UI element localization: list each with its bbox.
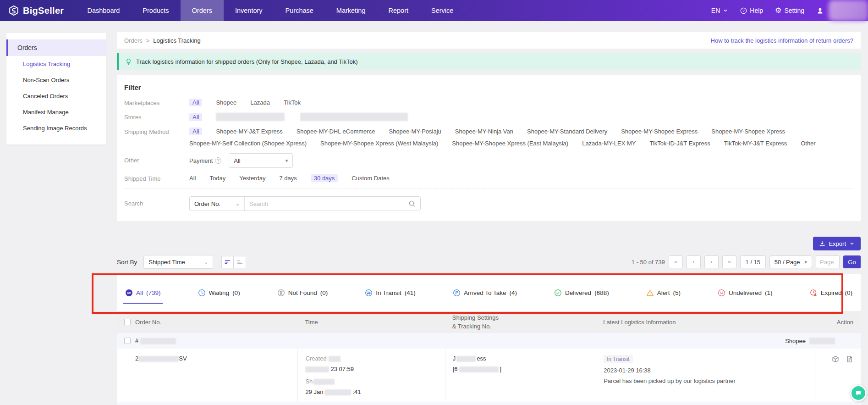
shipped-time-chip[interactable]: All: [189, 175, 196, 182]
shipping-method-chip[interactable]: Shopee-MY-Self Collection (Shopee Xpress…: [189, 140, 307, 147]
marketplace-chip[interactable]: All: [189, 99, 202, 106]
search-icon[interactable]: [408, 200, 416, 207]
nav-item[interactable]: Service: [420, 0, 465, 21]
sort-descending-button[interactable]: [221, 256, 234, 268]
alert-icon: [646, 289, 654, 297]
header-shipping: Shipping Settings & Tracking No.: [445, 311, 596, 333]
payment-help-icon[interactable]: ?: [215, 157, 221, 164]
language-selector[interactable]: EN: [711, 7, 728, 14]
sidebar-item[interactable]: Logistics Tracking: [6, 56, 106, 72]
shipping-method-chip[interactable]: Shopee-MY-Ninja Van: [455, 128, 513, 135]
nav-item-label: Service: [431, 7, 453, 14]
status-tab[interactable]: Alert (5): [644, 274, 682, 311]
nav-item[interactable]: Products: [131, 0, 180, 21]
help-button[interactable]: ? Help: [740, 7, 763, 14]
header-time: Time: [297, 316, 445, 328]
marketplaces-options: AllShopeeLazadaTikTok: [189, 99, 301, 106]
marketplace-chip[interactable]: Shopee: [216, 99, 236, 106]
nav-item[interactable]: Orders: [181, 0, 224, 21]
shipping-method-chip[interactable]: Shopee-MY-Standard Delivery: [527, 128, 607, 135]
search-input[interactable]: [245, 200, 408, 207]
shipping-method-chip[interactable]: Lazada-MY-LEX MY: [582, 140, 636, 147]
other-row: Other Payment ? All ▾: [124, 153, 853, 168]
status-tab-count: (5): [673, 289, 681, 296]
page-size-select[interactable]: 50 / Page ▾: [769, 255, 812, 268]
nav-item[interactable]: Report: [377, 0, 420, 21]
shipping-method-chip[interactable]: Shopee-MY-DHL eCommerce: [297, 128, 375, 135]
order-no-cell: 2SV: [117, 349, 297, 402]
shipping-method-chip[interactable]: Shopee-MY-Shopee Xpress: [711, 128, 785, 135]
setting-button[interactable]: ⚙ Setting: [775, 7, 804, 14]
sort-value: Shipped Time: [148, 259, 185, 266]
shipping-method-chip[interactable]: Shopee-MY-Poslaju: [389, 128, 441, 135]
status-tab[interactable]: Expired (0): [808, 274, 854, 311]
page-jump-input[interactable]: [816, 255, 840, 268]
shipped-time-chip[interactable]: 7 days: [280, 175, 297, 182]
shipping-method-chip[interactable]: Shopee-MY-Shopee Xpress (West Malaysia): [320, 140, 438, 147]
shipping-method-chip[interactable]: All: [189, 128, 202, 135]
all-icon: [125, 289, 133, 297]
nav-item[interactable]: Dashboard: [76, 0, 131, 21]
chevron-down-icon: [723, 8, 728, 13]
stores-all-chip[interactable]: All: [189, 113, 202, 121]
status-tab[interactable]: Delivered (688): [552, 274, 611, 311]
user-menu[interactable]: [816, 7, 824, 15]
page-indicator: 1 / 15: [740, 255, 766, 268]
search-type-select[interactable]: Order No. ⌄: [190, 197, 245, 211]
document-icon[interactable]: [846, 355, 853, 363]
select-all-checkbox[interactable]: [124, 319, 131, 325]
next-page-button[interactable]: ›: [704, 255, 719, 268]
export-button[interactable]: Export: [813, 237, 861, 250]
first-page-button[interactable]: «: [669, 255, 683, 268]
status-tab-label: All: [136, 289, 143, 296]
last-page-button[interactable]: »: [722, 255, 736, 268]
marketplace-chip[interactable]: Lazada: [250, 99, 270, 106]
payment-select[interactable]: All ▾: [229, 153, 293, 168]
sidebar-item[interactable]: Non-Scan Orders: [6, 72, 106, 88]
status-tab[interactable]: All (739): [123, 274, 163, 311]
marketplace-chip[interactable]: TikTok: [284, 99, 301, 106]
prev-page-button[interactable]: ‹: [687, 255, 701, 268]
shipped-time-chip[interactable]: Custom Dates: [352, 175, 389, 182]
redacted-store: [809, 338, 835, 344]
delivered-icon: [554, 289, 562, 297]
sidebar-item[interactable]: Canceled Orders: [6, 88, 106, 104]
row-checkbox[interactable]: [124, 338, 131, 344]
sidebar-item[interactable]: Manifest Manage: [6, 104, 106, 120]
search-type-value: Order No.: [194, 200, 220, 207]
go-button[interactable]: Go: [843, 255, 861, 268]
shipped-time-chip[interactable]: Today: [209, 175, 225, 182]
status-tab[interactable]: Waiting (0): [196, 274, 242, 311]
shipped-time-chip[interactable]: 30 days: [311, 174, 338, 182]
package-tracking-icon[interactable]: [831, 355, 840, 363]
sort-select[interactable]: Shipped Time ⌄: [143, 255, 213, 269]
shipping-method-chip[interactable]: TikTok-MY-J&T Express: [724, 140, 787, 147]
sidebar-section-orders[interactable]: Orders: [6, 39, 106, 56]
nav-item[interactable]: Inventory: [224, 0, 274, 21]
nav-item[interactable]: Purchase: [274, 0, 325, 21]
shipping-method-chip[interactable]: Shopee-MY-Shopee Express: [621, 128, 698, 135]
stores-label: Stores: [124, 113, 189, 121]
table-row: 2SV Created 23 07:59 Sh 29 Jan:41 Jess […: [117, 349, 861, 402]
shipping-method-chip[interactable]: Shopee-MY-J&T Express: [216, 128, 282, 135]
bigseller-logo-icon: [8, 5, 19, 16]
status-tab[interactable]: In Transit (41): [363, 274, 418, 311]
sidebar-item[interactable]: Sending Image Records: [6, 120, 106, 136]
breadcrumb-parent[interactable]: Orders: [124, 37, 143, 44]
chat-widget[interactable]: [850, 385, 867, 401]
status-tab[interactable]: Undelivered (1): [716, 274, 775, 311]
sidebar-item-label: Manifest Manage: [23, 109, 69, 116]
shipping-method-chip[interactable]: TikTok-ID-J&T Express: [649, 140, 710, 147]
return-orders-help-link[interactable]: How to track the logistics information o…: [711, 37, 853, 44]
shipping-method-chip[interactable]: Shopee-MY-Shopee Xpress (East Malaysia): [452, 140, 568, 147]
avatar[interactable]: [829, 0, 868, 21]
bigseller-brand[interactable]: BigSeller: [0, 0, 76, 21]
breadcrumb: Orders > Logistics Tracking: [124, 37, 201, 44]
nav-item[interactable]: Marketing: [325, 0, 377, 21]
status-tab[interactable]: Arrived To Take (4): [451, 274, 519, 311]
shipping-method-chip[interactable]: Other: [801, 140, 816, 147]
setting-label: Setting: [784, 7, 804, 14]
sort-ascending-button[interactable]: [234, 256, 246, 268]
status-tab[interactable]: Not Found (0): [275, 274, 330, 311]
shipped-time-chip[interactable]: Yesterday: [239, 175, 265, 182]
